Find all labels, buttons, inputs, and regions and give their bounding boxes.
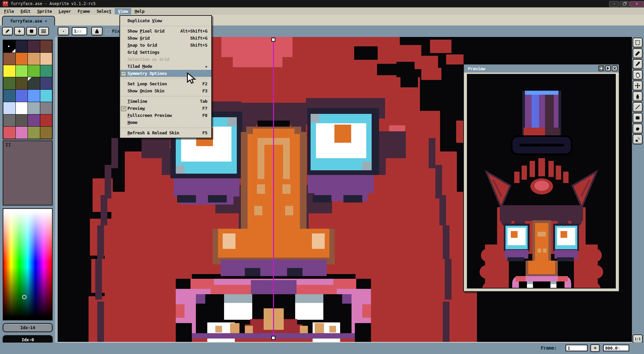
- palette-swatch-20[interactable]: [3, 102, 15, 114]
- title-bar: furryface.ase - Aseprite v1.1.2-rc5 – x: [0, 0, 644, 7]
- palette-swatch-4[interactable]: [3, 53, 15, 65]
- palette-swatch-25[interactable]: [16, 115, 28, 127]
- palette-swatch-9[interactable]: [16, 65, 28, 77]
- menu-item-shortcut: Shift+S: [190, 43, 207, 48]
- menu-layer[interactable]: Layer: [55, 8, 74, 14]
- palette-swatch-29[interactable]: [16, 127, 28, 139]
- palette-swatch-2[interactable]: [28, 40, 40, 52]
- menu-item-show-grid[interactable]: Show GridShift+G: [120, 35, 211, 42]
- menu-item-tiled-mode[interactable]: Tiled Mode▶: [120, 63, 211, 70]
- symmetry-handle-bottom[interactable]: [271, 336, 275, 340]
- tool-pencil-button[interactable]: [633, 48, 643, 58]
- palette-swatch-15[interactable]: [40, 77, 52, 89]
- palette-swatch-23[interactable]: [40, 102, 52, 114]
- palette-swatch-11[interactable]: [40, 65, 52, 77]
- palette-swatch-0[interactable]: [3, 40, 15, 52]
- menu-item-fullscreen-preview[interactable]: Fullscreen PreviewF8: [120, 112, 211, 119]
- preview-center-button[interactable]: [598, 65, 604, 71]
- restore-button[interactable]: [620, 1, 629, 7]
- menu-sprite[interactable]: Sprite: [34, 8, 55, 14]
- menu-item-snap-to-grid[interactable]: Snap to GridShift+S: [120, 42, 211, 49]
- palette-swatch-6[interactable]: [28, 53, 40, 65]
- mouse-cursor: [186, 73, 199, 85]
- close-button[interactable]: x: [630, 1, 644, 7]
- menu-item-preview[interactable]: ✓PreviewF7: [120, 105, 211, 112]
- color-spectrum-picker[interactable]: [3, 208, 53, 320]
- palette-swatch-10[interactable]: [28, 65, 40, 77]
- palette-swatch-19[interactable]: [40, 90, 52, 102]
- palette-swatch-1[interactable]: [16, 40, 28, 52]
- add-frame-button[interactable]: +: [590, 344, 600, 352]
- preview-canvas[interactable]: [467, 74, 616, 289]
- palette-swatch-8[interactable]: [3, 65, 15, 77]
- tool-contour-button[interactable]: [633, 124, 643, 134]
- spectrum-marker[interactable]: [22, 295, 26, 299]
- symmetry-handle-top[interactable]: [271, 38, 275, 42]
- tool-move-button[interactable]: [633, 81, 643, 91]
- menu-file[interactable]: File: [1, 8, 17, 14]
- pixel-perfect-checkbox[interactable]: [106, 29, 111, 34]
- menu-frame[interactable]: Frame: [74, 8, 93, 14]
- brush-size-field[interactable]: 1px: [72, 27, 87, 35]
- menu-item-label: Grid Settings: [127, 50, 159, 55]
- menu-select[interactable]: Select: [93, 8, 115, 14]
- tool-rectangle-button[interactable]: [633, 113, 643, 123]
- options-button[interactable]: [38, 27, 49, 36]
- menu-item-duplicate-view[interactable]: Duplicate View: [120, 17, 211, 24]
- palette-swatch-30[interactable]: [28, 127, 40, 139]
- menu-help[interactable]: Help: [131, 8, 148, 14]
- palette-swatch-14[interactable]: [28, 77, 40, 89]
- foreground-color-button[interactable]: Idx-14: [3, 323, 53, 332]
- tool-eyedropper-button[interactable]: [633, 59, 643, 69]
- palette-swatch-17[interactable]: [16, 90, 28, 102]
- menu-item-refresh-reload-skin[interactable]: Refresh & Reload SkinF5: [120, 129, 211, 136]
- brush-type-button[interactable]: [2, 27, 13, 36]
- palette-swatch-5[interactable]: [16, 53, 28, 65]
- palette-swatch-7[interactable]: [40, 53, 52, 65]
- tool-hand-button[interactable]: [633, 70, 643, 80]
- pixel-ratio-button[interactable]: 1:1: [633, 335, 643, 343]
- menu-edit[interactable]: Edit: [17, 8, 34, 14]
- menu-item-show-onion-skin[interactable]: Show Onion SkinF3: [120, 87, 211, 94]
- minimize-button[interactable]: –: [609, 1, 619, 7]
- tab-close-icon[interactable]: ×: [45, 19, 47, 24]
- preview-close-button[interactable]: [612, 65, 618, 71]
- dropdown-arrow-button[interactable]: [14, 27, 25, 36]
- palette-swatch-27[interactable]: [40, 115, 52, 127]
- palette-swatch-13[interactable]: [16, 77, 28, 89]
- preview-window: Preview: [463, 64, 620, 292]
- palette-swatch-24[interactable]: [3, 115, 15, 127]
- menu-item-grid-settings[interactable]: Grid Settings: [120, 49, 211, 56]
- palette-swatch-16[interactable]: [3, 90, 15, 102]
- tool-line-button[interactable]: [633, 102, 643, 112]
- preview-play-button[interactable]: [605, 65, 611, 71]
- ink-type-button[interactable]: [91, 27, 103, 36]
- shape-button[interactable]: [26, 27, 37, 36]
- palette-swatch-12[interactable]: [3, 77, 15, 89]
- palette-swatch-31[interactable]: [40, 127, 52, 139]
- tool-rectangular-marquee-button[interactable]: [633, 38, 643, 48]
- menu-item-timeline[interactable]: TimelineTab: [120, 98, 211, 105]
- panel-splitter[interactable]: [55, 37, 58, 354]
- zoom-level-field[interactable]: 800.0%: [603, 345, 629, 351]
- plus-icon: +: [594, 345, 596, 351]
- menu-item-home[interactable]: Home: [120, 119, 211, 126]
- rectangle-icon: [635, 115, 640, 121]
- palette-swatch-28[interactable]: [3, 127, 15, 139]
- preview-title-bar[interactable]: Preview: [464, 64, 619, 73]
- palette-swatch-26[interactable]: [28, 115, 40, 127]
- close-icon: [613, 67, 616, 70]
- palette-swatch-18[interactable]: [28, 90, 40, 102]
- frame-number-input[interactable]: 1: [566, 345, 588, 351]
- menu-item-show-pixel-grid[interactable]: Show Pixel GridAlt+Shift+G: [120, 28, 211, 35]
- brush-preview-button[interactable]: [58, 27, 69, 36]
- palette-options-area[interactable]: II: [3, 140, 53, 206]
- tool-paint-bucket-button[interactable]: [633, 91, 643, 101]
- menu-separator: [121, 94, 210, 98]
- palette-swatch-3[interactable]: [40, 40, 52, 52]
- menu-view[interactable]: View: [115, 8, 131, 14]
- palette-swatch-22[interactable]: [28, 102, 40, 114]
- tool-spray-button[interactable]: [633, 134, 643, 144]
- tab-furryface[interactable]: furryface.ase ×: [2, 16, 55, 26]
- palette-swatch-21[interactable]: [16, 102, 28, 114]
